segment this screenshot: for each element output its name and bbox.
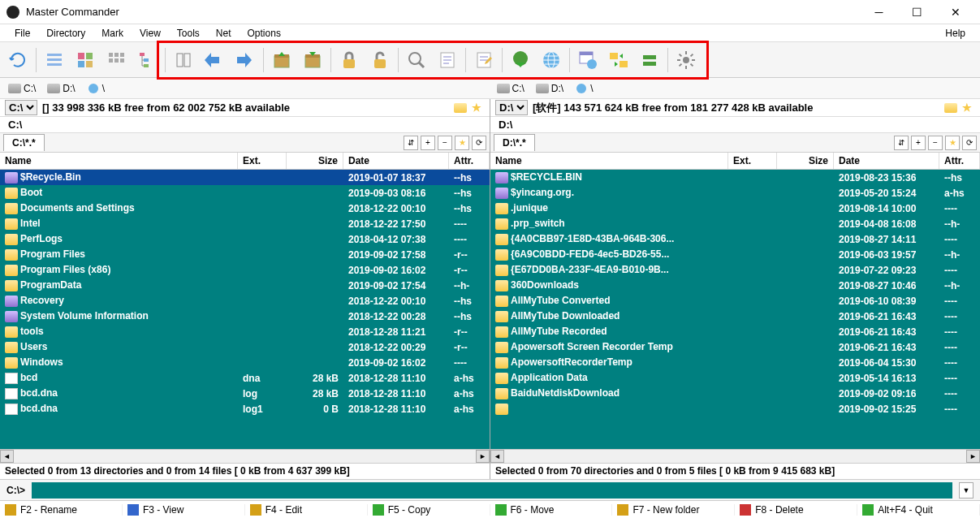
table-row[interactable]: PerfLogs2018-04-12 07:38---- xyxy=(0,231,490,247)
table-row[interactable]: Apowersoft Screen Recorder Temp2019-06-2… xyxy=(490,339,980,355)
table-row[interactable]: $yincang.org.2019-05-20 15:24a-hs xyxy=(490,185,980,201)
history-icon[interactable]: ⟳ xyxy=(962,136,977,150)
drive-d-left[interactable]: D:\ xyxy=(44,82,78,95)
fkey-view[interactable]: F3 - View xyxy=(123,504,245,516)
table-row[interactable]: {4A0CBB97-1E8D-43BA-964B-306...2019-08-2… xyxy=(490,231,980,247)
history-icon[interactable]: ⟳ xyxy=(472,136,486,150)
table-row[interactable]: ProgramData2019-09-02 17:54--h- xyxy=(0,278,490,293)
cmd-input[interactable] xyxy=(32,482,952,499)
table-row[interactable]: bcddna28 kB2018-12-28 11:10a-hs xyxy=(0,370,490,386)
fkey-edit[interactable]: F4 - Edit xyxy=(245,504,368,516)
favorites-icon[interactable]: ★ xyxy=(472,101,485,114)
table-row[interactable]: {E67DD0BA-233F-4EA9-B010-9B...2019-07-22… xyxy=(490,262,980,278)
fkey-newfolder[interactable]: F7 - New folder xyxy=(612,504,735,516)
table-row[interactable]: Program Files2019-09-02 17:58-r-- xyxy=(0,247,490,262)
new-tab-icon[interactable]: + xyxy=(911,136,926,150)
table-row[interactable]: Users2018-12-22 00:29-r-- xyxy=(0,339,490,355)
swap-panels-icon[interactable]: ⇵ xyxy=(894,136,909,150)
view-grid-icon[interactable] xyxy=(101,45,131,75)
table-row[interactable]: System Volume Information2018-12-22 00:2… xyxy=(0,309,490,324)
download-icon[interactable] xyxy=(506,45,535,75)
fkey-rename[interactable]: F2 - Rename xyxy=(0,504,123,516)
table-row[interactable]: 360Downloads2019-08-27 10:46--h- xyxy=(490,278,980,293)
fkey-quit[interactable]: Alt+F4 - Quit xyxy=(857,504,980,516)
table-row[interactable]: 2019-09-02 15:25---- xyxy=(490,401,980,417)
table-row[interactable]: tools2018-12-28 11:21-r-- xyxy=(0,324,490,339)
tab-fav-icon[interactable]: ★ xyxy=(455,136,469,150)
drive-c-left[interactable]: C:\ xyxy=(5,82,39,95)
menu-help[interactable]: Help xyxy=(937,26,974,41)
left-hscroll[interactable]: ◄ ► xyxy=(0,449,490,463)
col-attr[interactable]: Attr. xyxy=(449,153,490,169)
tab-fav-icon[interactable]: ★ xyxy=(945,136,960,150)
view-list-icon[interactable] xyxy=(40,45,69,75)
refresh-icon[interactable] xyxy=(3,45,32,75)
menu-mark[interactable]: Mark xyxy=(93,26,132,41)
table-row[interactable]: AllMyTube Downloaded2019-06-21 16:43---- xyxy=(490,309,980,324)
col-name[interactable]: Name xyxy=(490,153,728,169)
view-tree-icon[interactable] xyxy=(132,45,162,75)
table-row[interactable]: Program Files (x86)2019-09-02 16:02-r-- xyxy=(0,262,490,278)
table-row[interactable]: BaiduNetdiskDownload2019-09-02 09:16---- xyxy=(490,386,980,401)
view-same-icon[interactable] xyxy=(169,45,198,75)
col-size[interactable]: Size xyxy=(287,153,343,169)
window-globe-icon[interactable] xyxy=(573,45,602,75)
left-list-body[interactable]: $Recycle.Bin2019-01-07 18:37--hsBoot2019… xyxy=(0,170,490,449)
menu-net[interactable]: Net xyxy=(208,26,240,41)
lock-icon[interactable] xyxy=(335,45,364,75)
fkey-delete[interactable]: F8 - Delete xyxy=(735,504,857,516)
table-row[interactable]: Documents and Settings2018-12-22 00:10--… xyxy=(0,201,490,216)
favorites-icon[interactable]: ★ xyxy=(962,101,975,114)
drive-c-right[interactable]: C:\ xyxy=(494,82,528,95)
close-button[interactable]: ✕ xyxy=(937,1,974,24)
table-row[interactable]: {6A9C0BDD-FED6-4ec5-BD26-55...2019-06-03… xyxy=(490,247,980,262)
view-thumb-icon[interactable] xyxy=(71,45,100,75)
cmd-history-dropdown[interactable]: ▼ xyxy=(959,482,974,499)
folder-open-icon[interactable] xyxy=(454,103,467,113)
col-date[interactable]: Date xyxy=(834,153,939,169)
menu-directory[interactable]: Directory xyxy=(38,26,93,41)
right-list-body[interactable]: $RECYCLE.BIN2019-08-23 15:36--hs$yincang… xyxy=(490,170,980,449)
col-size[interactable]: Size xyxy=(777,153,834,169)
notes-icon[interactable] xyxy=(433,45,462,75)
menu-view[interactable]: View xyxy=(132,26,169,41)
table-row[interactable]: bcd.dnalog10 B2018-12-28 11:10a-hs xyxy=(0,401,490,417)
search-icon[interactable] xyxy=(402,45,431,75)
close-tab-icon[interactable]: − xyxy=(928,136,943,150)
globe-icon[interactable] xyxy=(537,45,566,75)
swap-panels-icon[interactable]: ⇵ xyxy=(404,136,418,150)
minimize-button[interactable]: ─ xyxy=(861,1,897,24)
close-tab-icon[interactable]: − xyxy=(438,136,452,150)
right-drive-select[interactable]: D:\ xyxy=(495,100,528,115)
col-ext[interactable]: Ext. xyxy=(728,153,777,169)
menu-file[interactable]: File xyxy=(6,26,38,41)
menu-tools[interactable]: Tools xyxy=(169,26,208,41)
fkey-copy[interactable]: F5 - Copy xyxy=(368,504,490,516)
table-row[interactable]: $Recycle.Bin2019-01-07 18:37--hs xyxy=(0,170,490,185)
col-ext[interactable]: Ext. xyxy=(238,153,287,169)
table-row[interactable]: Application Data2019-05-14 16:13---- xyxy=(490,370,980,386)
table-row[interactable]: Boot2019-09-03 08:16--hs xyxy=(0,185,490,201)
table-row[interactable]: .prp_switch2019-04-08 16:08--h- xyxy=(490,216,980,231)
table-row[interactable]: Intel2018-12-22 17:50---- xyxy=(0,216,490,231)
drive-d-right[interactable]: D:\ xyxy=(533,82,567,95)
compare-icon[interactable] xyxy=(635,45,664,75)
col-name[interactable]: Name xyxy=(0,153,238,169)
forward-icon[interactable] xyxy=(231,45,260,75)
settings-icon[interactable] xyxy=(671,45,701,75)
scroll-right-icon[interactable]: ► xyxy=(476,450,490,463)
col-attr[interactable]: Attr. xyxy=(939,153,980,169)
drive-net-left[interactable]: \ xyxy=(84,82,108,95)
new-tab-icon[interactable]: + xyxy=(421,136,435,150)
col-date[interactable]: Date xyxy=(343,153,449,169)
left-tab[interactable]: C:\*.* xyxy=(3,134,45,151)
back-icon[interactable] xyxy=(200,45,229,75)
table-row[interactable]: $RECYCLE.BIN2019-08-23 15:36--hs xyxy=(490,170,980,185)
table-row[interactable]: ApowersoftRecorderTemp2019-06-04 15:30--… xyxy=(490,355,980,370)
menu-options[interactable]: Options xyxy=(240,26,289,41)
table-row[interactable]: Windows2019-09-02 16:02---- xyxy=(0,355,490,370)
table-row[interactable]: AllMyTube Recorded2019-06-21 16:43---- xyxy=(490,324,980,339)
maximize-button[interactable]: ☐ xyxy=(899,1,935,24)
unlock-icon[interactable] xyxy=(365,45,395,75)
right-hscroll[interactable]: ◄ ► xyxy=(490,449,980,463)
